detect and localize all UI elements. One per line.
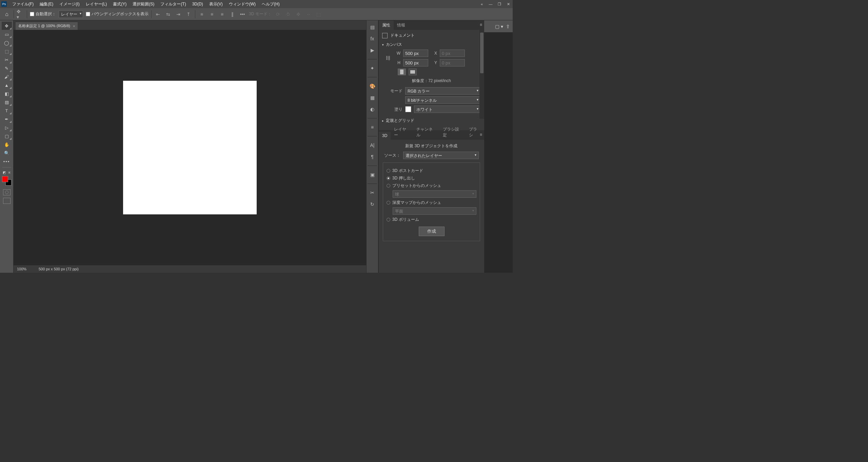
menu-image[interactable]: イメージ(I) xyxy=(57,0,82,8)
zoom-tool[interactable]: 🔍 xyxy=(2,149,12,157)
canvas-viewport[interactable] xyxy=(14,30,366,265)
adjustments-panel-icon[interactable]: ◐ xyxy=(368,105,376,113)
tab-channels[interactable]: チャンネル xyxy=(413,125,439,140)
distribute-bottom-icon[interactable]: ≡ xyxy=(218,11,226,18)
home-icon[interactable]: ⌂ xyxy=(3,10,11,18)
auto-select-target[interactable]: レイヤー xyxy=(59,11,83,18)
quick-mask-icon[interactable] xyxy=(3,189,11,195)
tab-3d[interactable]: 3D xyxy=(379,132,391,140)
align-hcenter-icon[interactable]: ⇆ xyxy=(164,11,172,18)
crop-tool[interactable]: ✂ xyxy=(2,56,12,64)
align-top-icon[interactable]: ⤒ xyxy=(185,11,192,18)
radio-volume[interactable]: 3D ボリューム xyxy=(387,217,476,223)
auto-select-input[interactable] xyxy=(30,12,34,16)
more-options-icon[interactable]: ••• xyxy=(239,11,246,18)
color-mode-select[interactable]: RGB カラー xyxy=(405,87,481,95)
depth-map-select[interactable]: 平面 xyxy=(393,207,476,215)
swap-colors-icon[interactable]: ⤭ xyxy=(8,171,11,174)
expand-icon[interactable]: « xyxy=(477,0,486,8)
fill-swatch[interactable] xyxy=(405,106,411,112)
share-icon[interactable]: ⇪ xyxy=(506,24,510,29)
panel-scrollbar[interactable] xyxy=(479,30,484,119)
type-tool[interactable]: T xyxy=(2,107,12,115)
hand-tool[interactable]: ✋ xyxy=(2,140,12,149)
canvas[interactable] xyxy=(123,81,257,214)
close-icon[interactable]: ✕ xyxy=(504,0,513,8)
zoom-level[interactable]: 100% xyxy=(17,267,33,271)
fill-select[interactable]: ホワイト xyxy=(414,105,481,113)
radio-depth-map[interactable]: 深度マップからのメッシュ xyxy=(387,200,476,206)
marquee-tool[interactable]: ▭ xyxy=(2,30,12,38)
link-dimensions-icon[interactable]: ⛓ xyxy=(384,55,392,61)
lasso-tool[interactable]: ◯ xyxy=(2,39,12,47)
close-tab-icon[interactable]: × xyxy=(73,24,75,28)
source-select[interactable]: 選択されたレイヤー xyxy=(403,152,479,159)
pen-tool[interactable]: ✒ xyxy=(2,115,12,123)
libraries-panel-icon[interactable]: ▣ xyxy=(368,171,376,179)
default-colors-icon[interactable]: ◩ xyxy=(3,171,6,174)
rulers-section[interactable]: 定規とグリッド xyxy=(382,118,481,123)
quick-select-tool[interactable]: ⬚ xyxy=(2,47,12,55)
show-bbox-checkbox[interactable]: バウンディングボックスを表示 xyxy=(86,11,149,17)
gradient-tool[interactable]: ▨ xyxy=(2,98,12,106)
play-icon[interactable]: ▶ xyxy=(368,46,376,54)
color-swatches[interactable] xyxy=(2,176,12,186)
foreground-color[interactable] xyxy=(2,176,8,182)
character-panel-icon[interactable]: A| xyxy=(368,141,376,149)
menu-window[interactable]: ウィンドウ(W) xyxy=(226,0,258,8)
distribute-vcenter-icon[interactable]: ≡ xyxy=(208,11,216,18)
panel-menu-icon[interactable]: ≡ xyxy=(480,22,482,27)
distribute-top-icon[interactable]: ≡ xyxy=(198,11,205,18)
eyedropper-tool[interactable]: ✎ xyxy=(2,64,12,72)
minimize-icon[interactable]: — xyxy=(486,0,495,8)
actions-panel-icon[interactable]: fx xyxy=(368,35,376,43)
portrait-button[interactable] xyxy=(398,69,406,75)
y-input[interactable] xyxy=(440,59,465,66)
menu-edit[interactable]: 編集(E) xyxy=(37,0,56,8)
menu-3d[interactable]: 3D(D) xyxy=(190,0,206,8)
panel-menu-icon[interactable]: ≡ xyxy=(480,132,482,137)
scroll-thumb[interactable] xyxy=(480,33,484,73)
distribute-h-icon[interactable]: ‖ xyxy=(229,11,236,18)
canvas-section[interactable]: カンバス xyxy=(382,42,481,47)
align-right-icon[interactable]: ⇥ xyxy=(175,11,182,18)
radio-preset-mesh[interactable]: プリセットからのメッシュ xyxy=(387,183,476,189)
paragraph-panel-icon[interactable]: ¶ xyxy=(368,153,376,161)
maximize-icon[interactable]: ❐ xyxy=(495,0,504,8)
screen-mode-icon[interactable] xyxy=(3,198,11,204)
swatches-panel-icon[interactable]: ▦ xyxy=(368,94,376,102)
eraser-tool[interactable]: ◧ xyxy=(2,90,12,98)
menu-layer[interactable]: レイヤー(L) xyxy=(83,0,110,8)
bit-depth-select[interactable]: 8 bit/チャンネル xyxy=(405,96,481,104)
menu-view[interactable]: 表示(V) xyxy=(206,0,225,8)
tools-panel-icon[interactable]: ✂ xyxy=(368,189,376,197)
menu-filter[interactable]: フィルター(T) xyxy=(158,0,189,8)
tab-brush-settings[interactable]: ブラシ設定 xyxy=(439,125,466,140)
brush-tool[interactable]: 🖌 xyxy=(2,73,12,81)
move-tool[interactable]: ✥ xyxy=(2,22,12,30)
navigator-panel-icon[interactable]: ✦ xyxy=(368,64,376,72)
move-tool-icon[interactable]: ✥ ▾ xyxy=(17,11,24,18)
path-select-tool[interactable]: ▷ xyxy=(2,123,12,132)
color-panel-icon[interactable]: 🎨 xyxy=(368,82,376,90)
frame-icon[interactable]: ▢ ▾ xyxy=(495,24,503,29)
menu-type[interactable]: 書式(Y) xyxy=(110,0,129,8)
radio-postcard[interactable]: 3D ポストカード xyxy=(387,168,476,174)
height-input[interactable] xyxy=(403,59,428,66)
align-left-icon[interactable]: ⇤ xyxy=(154,11,162,18)
styles-panel-icon[interactable]: ≡ xyxy=(368,123,376,131)
document-tab[interactable]: 名称未設定 1 @ 100% (RGB/8) × xyxy=(16,22,78,30)
tab-layers[interactable]: レイヤー xyxy=(391,125,413,140)
stamp-tool[interactable]: ▲ xyxy=(2,81,12,89)
create-button[interactable]: 作成 xyxy=(419,227,445,236)
preset-mesh-select[interactable]: 球 xyxy=(393,190,476,198)
auto-select-checkbox[interactable]: 自動選択： xyxy=(30,11,56,17)
radio-extrude[interactable]: 3D 押し出し xyxy=(387,175,476,181)
menu-select[interactable]: 選択範囲(S) xyxy=(130,0,157,8)
shape-tool[interactable]: ▢ xyxy=(2,132,12,140)
tab-properties[interactable]: 属性 xyxy=(379,21,394,30)
presets-panel-icon[interactable]: ↻ xyxy=(368,200,376,208)
landscape-button[interactable] xyxy=(409,69,417,75)
history-panel-icon[interactable]: ▤ xyxy=(368,23,376,31)
menu-help[interactable]: ヘルプ(H) xyxy=(259,0,282,8)
